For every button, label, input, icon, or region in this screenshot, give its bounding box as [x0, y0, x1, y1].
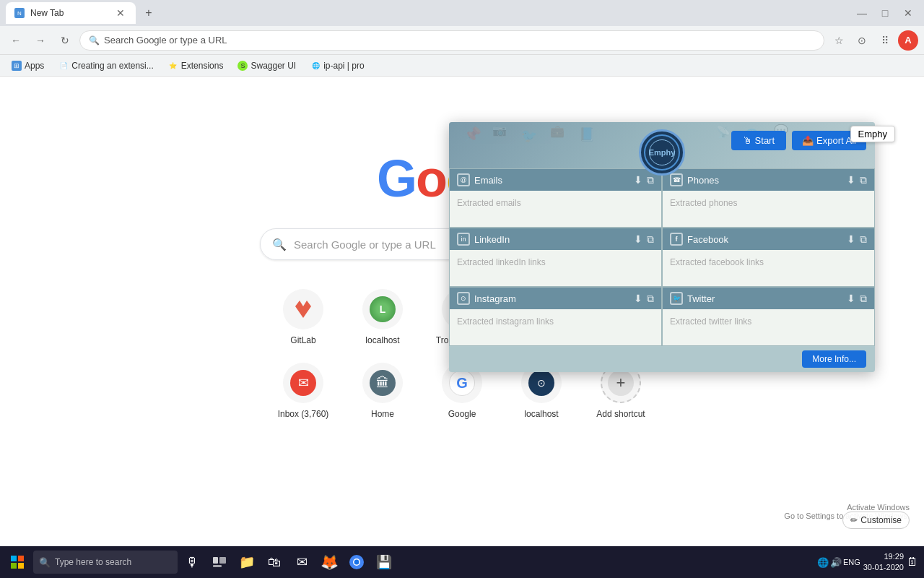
phones-download-icon[interactable]: ⬇: [847, 174, 855, 186]
minimize-button[interactable]: —: [852, 3, 872, 23]
shortcut-inbox[interactable]: ✉ Inbox (3,760): [271, 363, 336, 419]
logo-o1: o: [416, 149, 446, 208]
start-button[interactable]: 🖱 Start: [731, 131, 786, 150]
taskbar-taskview[interactable]: [206, 549, 232, 575]
taskbar-store[interactable]: 🛍: [261, 549, 287, 575]
network-icon[interactable]: 🌐: [817, 557, 829, 568]
extensions-icon: ⭐: [168, 61, 178, 71]
phones-copy-icon[interactable]: ⧉: [860, 174, 867, 186]
twitter-actions: ⬇ ⧉: [847, 293, 867, 305]
popup-header: 📌 📷 🐦 💼 📘 📡 🌐 💬 Emphy: [449, 122, 875, 168]
emails-actions: ⬇ ⧉: [634, 174, 654, 186]
taskbar-chrome[interactable]: [344, 549, 370, 575]
instagram-download-icon[interactable]: ⬇: [634, 293, 642, 305]
taskbar-firefox[interactable]: 🦊: [316, 549, 342, 575]
main-content: G o o g l e 🔍 Search Google or type a UR…: [0, 77, 924, 578]
svg-point-10: [354, 560, 359, 565]
emails-download-icon[interactable]: ⬇: [634, 174, 642, 186]
volume-icon[interactable]: 🔊: [830, 557, 842, 568]
instagram-label: Instagram: [474, 293, 516, 304]
facebook-actions: ⬇ ⧉: [847, 233, 867, 246]
facebook-download-icon[interactable]: ⬇: [847, 233, 855, 246]
bookmark-creating[interactable]: 📄 Creating an extensi...: [53, 59, 159, 72]
popup-action-buttons: 🖱 Start 📤 Export All: [731, 131, 866, 150]
shortcut-gitlab-label: GitLab: [290, 335, 315, 345]
popup-logo-text: Emphy: [649, 139, 675, 165]
popup-grid: @ Emails ⬇ ⧉ Extracted emails ☎ Phon: [449, 168, 875, 346]
profile-avatar[interactable]: A: [898, 30, 918, 51]
tab-label: New Tab: [30, 8, 64, 18]
more-info-button[interactable]: More Info...: [802, 350, 866, 368]
taskbar-clock[interactable]: 19:29 30-01-2020: [863, 551, 904, 574]
bookmark-creating-label: Creating an extensi...: [71, 61, 153, 71]
cast-icon[interactable]: ⊙: [852, 30, 872, 51]
maximize-button[interactable]: □: [875, 3, 895, 23]
shortcut-google-label: Google: [448, 409, 476, 419]
creating-icon: 📄: [58, 61, 69, 71]
taskbar-right: 🌐 🔊 ENG 19:29 30-01-2020 🗓: [814, 551, 921, 574]
instagram-textarea[interactable]: Extracted instagram links: [450, 309, 661, 345]
popup-cell-emails: @ Emails ⬇ ⧉ Extracted emails: [449, 168, 662, 228]
twitter-copy-icon[interactable]: ⧉: [860, 293, 867, 305]
close-button[interactable]: ✕: [898, 3, 918, 23]
nav-right-icons: ☆ ⊙ ⠿ A: [829, 30, 918, 51]
linkedin-download-icon[interactable]: ⬇: [634, 233, 642, 246]
bookmark-swagger[interactable]: S Swagger UI: [232, 59, 302, 72]
extension-popup: 📌 📷 🐦 💼 📘 📡 🌐 💬 Emphy: [449, 122, 875, 372]
popup-cell-instagram: ⊙ Instagram ⬇ ⧉ Extracted instagram link…: [449, 287, 662, 346]
emails-label: Emails: [474, 175, 502, 186]
phones-textarea[interactable]: Extracted phones: [663, 191, 874, 227]
popup-row-2: in LinkedIn ⬇ ⧉ Extracted linkedIn links…: [449, 228, 875, 287]
bookmark-ipapi[interactable]: 🌐 ip-api | pro: [305, 59, 370, 72]
taskbar-app7[interactable]: 💾: [371, 549, 397, 575]
active-tab[interactable]: N New Tab ✕: [6, 2, 136, 24]
linkedin-textarea[interactable]: Extracted linkedIn links: [450, 250, 661, 286]
instagram-icon: ⊙: [457, 292, 470, 305]
svg-marker-0: [295, 301, 311, 318]
activate-line1: Activate Windows: [784, 503, 910, 512]
emails-icon: @: [457, 173, 470, 186]
facebook-textarea[interactable]: Extracted facebook links: [663, 250, 874, 286]
search-placeholder: Search Google or type a URL: [294, 238, 436, 251]
linkedin-copy-icon[interactable]: ⧉: [647, 233, 654, 246]
twitter-download-icon[interactable]: ⬇: [847, 293, 855, 305]
shortcut-home-label: Home: [371, 409, 394, 419]
instagram-copy-icon[interactable]: ⧉: [647, 293, 654, 305]
twitter-textarea[interactable]: Extracted twitter links: [663, 309, 874, 345]
forward-button[interactable]: →: [30, 30, 51, 51]
new-tab-button[interactable]: +: [139, 3, 159, 23]
shortcut-gitlab[interactable]: GitLab: [271, 289, 336, 345]
nav-bar: ← → ↻ 🔍 Search Google or type a URL ☆ ⊙ …: [0, 26, 924, 55]
tab-close-button[interactable]: ✕: [114, 7, 127, 20]
shortcut-localhost1[interactable]: L localhost: [350, 289, 415, 345]
emails-textarea[interactable]: Extracted emails: [450, 191, 661, 227]
customise-button[interactable]: ✏ Customise: [842, 512, 910, 529]
instagram-actions: ⬇ ⧉: [634, 293, 654, 305]
taskbar-search[interactable]: 🔍 Type here to search: [33, 551, 178, 574]
tab-favicon: N: [14, 8, 25, 18]
taskbar-mail[interactable]: ✉: [289, 549, 315, 575]
customise-label: Customise: [860, 515, 902, 525]
emails-copy-icon[interactable]: ⧉: [647, 174, 654, 186]
popup-cell-facebook: f Facebook ⬇ ⧉ Extracted facebook links: [662, 228, 875, 287]
shortcut-home[interactable]: 🏛 Home: [350, 363, 415, 419]
address-bar[interactable]: 🔍 Search Google or type a URL: [79, 30, 824, 51]
notification-icon[interactable]: 🗓: [907, 556, 918, 569]
back-button[interactable]: ←: [6, 30, 26, 51]
window-controls: — □ ✕: [852, 3, 918, 23]
taskbar-cortana[interactable]: 🎙: [179, 549, 205, 575]
taskbar-explorer[interactable]: 📁: [234, 549, 260, 575]
reload-button[interactable]: ↻: [55, 30, 75, 51]
instagram-header: ⊙ Instagram ⬇ ⧉: [450, 288, 661, 309]
svg-rect-2: [18, 556, 24, 561]
extensions-grid-icon[interactable]: ⠿: [875, 30, 895, 51]
customise-icon: ✏: [850, 515, 858, 525]
bookmark-apps[interactable]: ⊞ Apps: [6, 59, 50, 72]
shortcut-localhost1-icon: L: [362, 289, 403, 329]
svg-rect-7: [213, 565, 222, 567]
start-menu-button[interactable]: [3, 548, 32, 577]
start-button-label: Start: [755, 135, 775, 146]
facebook-copy-icon[interactable]: ⧉: [860, 233, 867, 246]
bookmark-extensions[interactable]: ⭐ Extensions: [162, 59, 230, 72]
bookmark-icon[interactable]: ☆: [829, 30, 849, 51]
